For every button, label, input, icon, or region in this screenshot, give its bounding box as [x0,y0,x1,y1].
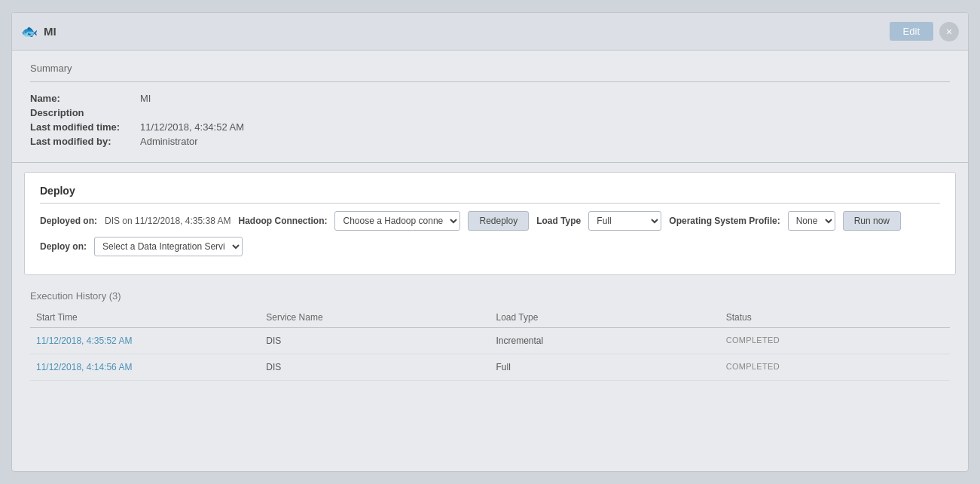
deploy-bottom-row: Deploy on: Select a Data Integration Ser… [40,237,940,256]
summary-title: Summary [30,63,950,74]
row1-status: COMPLETED [720,335,950,346]
execution-section: Execution History (3) Start Time Service… [12,284,968,381]
deploy-on-label: Deploy on: [40,241,87,252]
deployed-on-label: Deployed on: [40,216,97,226]
col-service-name: Service Name [260,312,490,323]
load-type-label: Load Type [536,216,581,226]
row2-status: COMPLETED [720,362,950,372]
row2-load-type: Full [490,362,720,372]
name-label: Name: [30,93,136,104]
row2-start-time[interactable]: 11/12/2018, 4:14:56 AM [30,362,260,372]
hadoop-connection-label: Hadoop Connection: [238,216,327,226]
os-profile-select[interactable]: None [788,211,835,231]
col-status: Status [720,312,950,323]
execution-table: Start Time Service Name Load Type Status… [30,308,950,381]
os-profile-label: Operating System Profile: [669,216,780,226]
deploy-top-row: Deployed on: DIS on 11/12/2018, 4:35:38 … [40,211,940,231]
row2-service-name: DIS [260,362,490,372]
row1-start-time[interactable]: 11/12/2018, 4:35:52 AM [30,335,260,346]
name-row: Name: MI [30,93,950,104]
deploy-title: Deploy [40,185,940,204]
last-modified-by-value: Administrator [140,136,198,147]
header: 🐟 MI Edit × [12,13,968,51]
table-row: 11/12/2018, 4:35:52 AM DIS Incremental C… [30,328,950,354]
hadoop-connection-select[interactable]: Choose a Hadoop conne [334,211,460,231]
table-row: 11/12/2018, 4:14:56 AM DIS Full COMPLETE… [30,354,950,381]
row1-service-name: DIS [260,335,490,346]
main-container: 🐟 MI Edit × Summary Name: MI Description… [11,12,969,472]
header-left: 🐟 MI [21,23,56,40]
description-label: Description [30,107,136,118]
last-modified-time-value: 11/12/2018, 4:34:52 AM [140,121,244,133]
deployed-on-value: DIS on 11/12/2018, 4:35:38 AM [105,216,230,226]
run-now-button[interactable]: Run now [843,211,901,231]
summary-divider [30,81,950,82]
description-row: Description [30,107,950,118]
header-right: Edit × [890,22,959,41]
name-value: MI [140,93,151,104]
last-modified-by-row: Last modified by: Administrator [30,136,950,147]
row1-load-type: Incremental [490,335,720,346]
edit-button[interactable]: Edit [890,22,933,41]
header-title: MI [44,25,56,38]
last-modified-time-label: Last modified time: [30,121,136,133]
col-load-type: Load Type [490,312,720,323]
last-modified-by-label: Last modified by: [30,136,136,147]
close-button[interactable]: × [939,22,959,41]
col-start-time: Start Time [30,312,260,323]
redeploy-button[interactable]: Redeploy [468,211,529,231]
last-modified-time-row: Last modified time: 11/12/2018, 4:34:52 … [30,121,950,133]
deploy-on-select[interactable]: Select a Data Integration Servi [94,237,243,256]
fish-icon: 🐟 [21,23,38,40]
deploy-section: Deploy Deployed on: DIS on 11/12/2018, 4… [24,172,956,275]
table-header: Start Time Service Name Load Type Status [30,308,950,328]
load-type-select[interactable]: Full Incremental [588,211,661,231]
summary-section: Summary Name: MI Description Last modifi… [12,51,968,163]
execution-title: Execution History (3) [30,290,950,302]
